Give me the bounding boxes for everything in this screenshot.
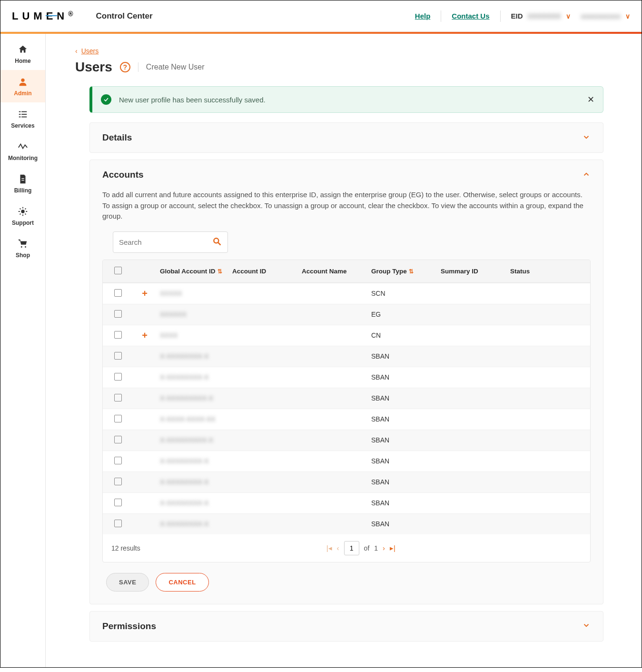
app-title: Control Center bbox=[73, 11, 153, 21]
cell-group-type: EG bbox=[368, 306, 438, 323]
table-row: X-XXXXXXXX-XSBAN bbox=[103, 367, 590, 388]
col-account-name[interactable]: Account Name bbox=[299, 261, 368, 281]
cell-global-account-id: X-XXXXXXXX-X bbox=[157, 473, 229, 491]
top-bar: LUMEN® Control Center Help Contact Us EI… bbox=[0, 0, 642, 32]
col-global-account-id[interactable]: Global Account ID⇅ bbox=[157, 261, 229, 281]
chevron-down-icon bbox=[582, 133, 591, 143]
expand-icon bbox=[132, 351, 157, 361]
billing-icon bbox=[18, 174, 28, 184]
row-checkbox[interactable] bbox=[114, 415, 122, 422]
close-icon[interactable]: ✕ bbox=[587, 94, 594, 105]
cell-summary-id bbox=[438, 435, 507, 445]
cell-group-type: SBAN bbox=[368, 515, 438, 532]
col-account-id[interactable]: Account ID bbox=[229, 261, 299, 281]
sort-icon: ⇅ bbox=[409, 268, 414, 275]
cell-summary-id bbox=[438, 310, 507, 319]
help-icon[interactable]: ? bbox=[120, 62, 130, 72]
expand-icon bbox=[132, 372, 157, 382]
cell-account-name bbox=[299, 435, 368, 445]
search-box bbox=[113, 231, 228, 253]
nav-support[interactable]: Support bbox=[0, 200, 45, 232]
username: xxxxxxxxxx bbox=[581, 12, 621, 20]
row-checkbox[interactable] bbox=[114, 478, 122, 485]
table-row: X-XXXXXXXX-XSBAN bbox=[103, 492, 590, 513]
select-all-checkbox[interactable] bbox=[114, 267, 122, 274]
row-checkbox[interactable] bbox=[114, 436, 122, 443]
svg-point-0 bbox=[21, 79, 24, 82]
cell-global-account-id: X-XXXXXXXX-X bbox=[157, 369, 229, 386]
expand-icon bbox=[132, 477, 157, 487]
row-checkbox[interactable] bbox=[114, 310, 122, 318]
cell-status bbox=[507, 519, 564, 529]
page-next-icon[interactable]: › bbox=[383, 544, 385, 552]
cell-group-type: SBAN bbox=[368, 452, 438, 470]
eid-selector[interactable]: EID XXXXXXX ∨ bbox=[511, 12, 571, 20]
breadcrumb-users[interactable]: Users bbox=[81, 47, 99, 55]
svg-line-13 bbox=[218, 242, 221, 245]
cell-status bbox=[507, 372, 564, 382]
table-row: X-XXXXXXXXX-XSBAN bbox=[103, 430, 590, 451]
cell-global-account-id: X-XXXXXXXX-X bbox=[157, 515, 229, 532]
table-row: X-XXXX-XXXX-XXSBAN bbox=[103, 409, 590, 430]
row-checkbox[interactable] bbox=[114, 331, 122, 339]
page-first-icon[interactable]: |◂ bbox=[326, 544, 332, 552]
nav-home[interactable]: Home bbox=[0, 38, 45, 70]
cell-summary-id bbox=[438, 393, 507, 403]
search-input[interactable] bbox=[119, 238, 212, 246]
svg-rect-7 bbox=[21, 178, 24, 179]
nav-monitoring[interactable]: Monitoring bbox=[0, 135, 45, 167]
create-new-user-link[interactable]: Create New User bbox=[146, 63, 205, 71]
home-icon bbox=[18, 44, 28, 55]
cell-summary-id bbox=[438, 289, 507, 298]
col-status[interactable]: Status bbox=[507, 261, 564, 281]
help-link[interactable]: Help bbox=[415, 12, 431, 20]
search-icon[interactable] bbox=[212, 237, 222, 248]
pagination: 12 results |◂ ‹ of 1 › ▸| bbox=[103, 534, 590, 562]
nav-services[interactable]: Services bbox=[0, 102, 45, 135]
cell-account-id bbox=[229, 498, 299, 508]
left-nav: Home Admin Services Monitoring Billing S… bbox=[0, 34, 46, 667]
contact-link[interactable]: Contact Us bbox=[452, 12, 489, 20]
cancel-button[interactable]: CANCEL bbox=[156, 573, 208, 592]
cell-account-id bbox=[229, 456, 299, 466]
col-summary-id[interactable]: Summary ID bbox=[438, 261, 507, 281]
logo: LUMEN® bbox=[12, 10, 73, 22]
table-row: X-XXXXXXXX-XSBAN bbox=[103, 471, 590, 492]
cell-account-id bbox=[229, 372, 299, 382]
panel-details-title: Details bbox=[102, 132, 132, 143]
cell-status bbox=[507, 393, 564, 403]
panel-permissions-header[interactable]: Permissions bbox=[90, 612, 603, 641]
cell-summary-id bbox=[438, 414, 507, 424]
cell-global-account-id: XXXXX bbox=[157, 285, 229, 302]
row-checkbox[interactable] bbox=[114, 520, 122, 527]
row-checkbox[interactable] bbox=[114, 457, 122, 464]
panel-details-header[interactable]: Details bbox=[90, 123, 603, 152]
expand-icon[interactable]: + bbox=[132, 283, 157, 304]
row-checkbox[interactable] bbox=[114, 352, 122, 360]
page-prev-icon[interactable]: ‹ bbox=[337, 544, 339, 552]
accounts-description: To add all current and future accounts a… bbox=[102, 190, 591, 222]
nav-billing[interactable]: Billing bbox=[0, 167, 45, 200]
page-input[interactable] bbox=[344, 541, 359, 555]
cell-account-id bbox=[229, 435, 299, 445]
save-button[interactable]: SAVE bbox=[106, 573, 149, 592]
row-checkbox[interactable] bbox=[114, 499, 122, 506]
col-group-type[interactable]: Group Type⇅ bbox=[368, 261, 438, 281]
row-checkbox[interactable] bbox=[114, 373, 122, 381]
cell-summary-id bbox=[438, 351, 507, 361]
expand-icon bbox=[132, 456, 157, 466]
expand-icon[interactable]: + bbox=[132, 325, 157, 346]
row-checkbox[interactable] bbox=[114, 289, 122, 297]
svg-rect-4 bbox=[21, 114, 27, 115]
panel-accounts-header[interactable]: Accounts bbox=[90, 160, 603, 190]
nav-admin[interactable]: Admin bbox=[0, 70, 45, 102]
user-selector[interactable]: xxxxxxxxxx ∨ bbox=[581, 12, 630, 20]
row-checkbox[interactable] bbox=[114, 394, 122, 401]
nav-shop[interactable]: Shop bbox=[0, 232, 45, 264]
cell-account-name bbox=[299, 331, 368, 340]
cell-account-id bbox=[229, 519, 299, 529]
page-last-icon[interactable]: ▸| bbox=[390, 544, 395, 552]
cell-global-account-id: X-XXXX-XXXX-XX bbox=[157, 411, 229, 428]
table-row: X-XXXXXXXX-XSBAN bbox=[103, 451, 590, 471]
breadcrumb: ‹ Users bbox=[75, 47, 603, 55]
